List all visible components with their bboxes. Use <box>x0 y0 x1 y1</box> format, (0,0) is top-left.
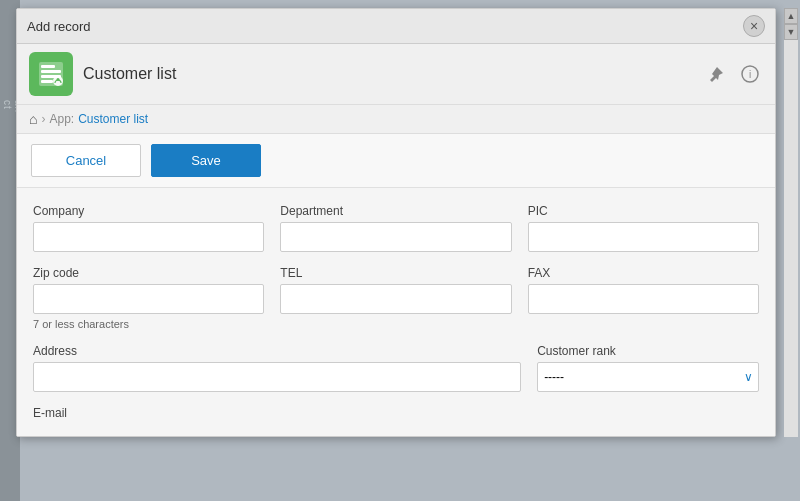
fax-field: FAX <box>528 266 759 330</box>
customer-list-icon <box>37 60 65 88</box>
company-field: Company <box>33 204 264 252</box>
svg-rect-2 <box>41 70 61 73</box>
svg-rect-1 <box>41 65 55 68</box>
tel-label: TEL <box>280 266 511 280</box>
breadcrumb-app-link[interactable]: Customer list <box>78 112 148 126</box>
breadcrumb-home-icon[interactable]: ⌂ <box>29 111 37 127</box>
breadcrumb-bar: ⌂ › App: Customer list <box>17 105 775 134</box>
pin-icon[interactable] <box>703 61 729 87</box>
zipcode-field-wrapper: Zip code 7 or less characters <box>33 266 264 330</box>
svg-text:i: i <box>749 69 751 80</box>
customer-rank-label: Customer rank <box>537 344 759 358</box>
zipcode-input[interactable] <box>33 284 264 314</box>
dialog-close-button[interactable]: × <box>743 15 765 37</box>
form-row-4: E-mail <box>33 406 759 424</box>
main-wrapper: epanct Add record × <box>0 0 800 501</box>
form-row-1: Company Department PIC <box>33 204 759 252</box>
pin-svg <box>708 66 724 82</box>
address-label: Address <box>33 344 521 358</box>
app-icon <box>29 52 73 96</box>
company-label: Company <box>33 204 264 218</box>
email-label: E-mail <box>33 406 759 420</box>
breadcrumb-app-label: App: <box>49 112 74 126</box>
app-header-left: Customer list <box>17 44 691 104</box>
pic-label: PIC <box>528 204 759 218</box>
customer-rank-select-wrapper: ----- ∨ <box>537 362 759 392</box>
form-row-2: Zip code 7 or less characters TEL FAX <box>33 266 759 330</box>
dialog-title: Add record <box>27 19 91 34</box>
fax-label: FAX <box>528 266 759 280</box>
form-row-3: Address Customer rank ----- ∨ <box>33 344 759 392</box>
svg-rect-4 <box>41 80 53 83</box>
app-header-right: i <box>691 61 775 87</box>
dialog: Add record × <box>16 8 776 437</box>
form-area: Company Department PIC Zip code <box>17 188 775 436</box>
tel-input[interactable] <box>280 284 511 314</box>
breadcrumb-separator: › <box>41 112 45 126</box>
department-field: Department <box>280 204 511 252</box>
address-input[interactable] <box>33 362 521 392</box>
action-bar: Cancel Save <box>17 134 775 188</box>
pic-field: PIC <box>528 204 759 252</box>
address-field: Address <box>33 344 521 392</box>
department-input[interactable] <box>280 222 511 252</box>
pic-input[interactable] <box>528 222 759 252</box>
app-title: Customer list <box>83 65 176 83</box>
scroll-up-button[interactable]: ▲ <box>784 8 798 24</box>
save-button[interactable]: Save <box>151 144 261 177</box>
zipcode-hint: 7 or less characters <box>33 318 264 330</box>
company-input[interactable] <box>33 222 264 252</box>
app-header: Customer list i <box>17 44 775 105</box>
dialog-wrapper: Add record × <box>16 8 784 437</box>
tel-field: TEL <box>280 266 511 330</box>
info-icon[interactable]: i <box>737 61 763 87</box>
cancel-button[interactable]: Cancel <box>31 144 141 177</box>
info-svg: i <box>741 65 759 83</box>
customer-rank-field: Customer rank ----- ∨ <box>537 344 759 392</box>
department-label: Department <box>280 204 511 218</box>
email-field: E-mail <box>33 406 759 424</box>
scroll-down-button[interactable]: ▼ <box>784 24 798 40</box>
customer-rank-select[interactable]: ----- <box>537 362 759 392</box>
dialog-titlebar: Add record × <box>17 9 775 44</box>
dialog-scrollbar: ▲ ▼ <box>784 8 798 437</box>
fax-input[interactable] <box>528 284 759 314</box>
zipcode-label: Zip code <box>33 266 264 280</box>
